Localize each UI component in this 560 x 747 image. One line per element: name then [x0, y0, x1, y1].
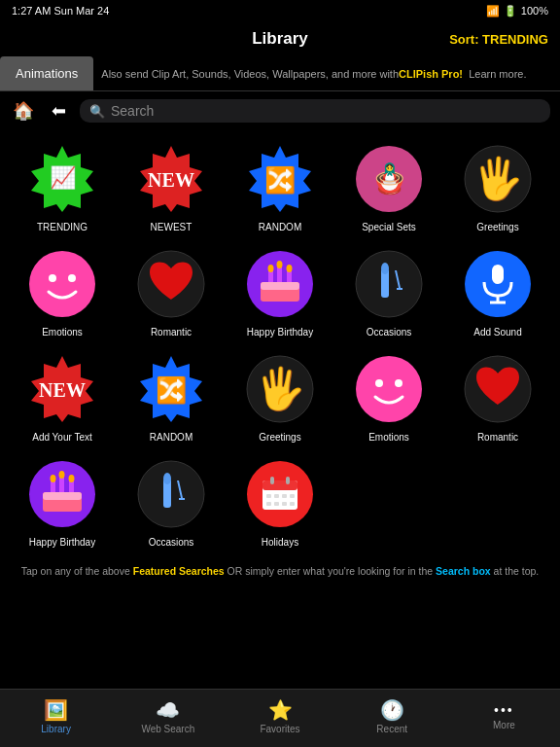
grid-item-random[interactable]: 🔀 RANDOM: [226, 134, 334, 239]
grid-item-newest[interactable]: NEW NEWEST: [117, 134, 226, 239]
svg-point-37: [356, 356, 422, 422]
svg-rect-57: [270, 477, 274, 484]
status-icons: 📶 🔋 100%: [486, 5, 548, 18]
grid-item-label: Occasions: [149, 537, 194, 549]
svg-point-20: [287, 265, 293, 272]
grid-item-trending[interactable]: 📈 TRENDING: [8, 134, 117, 239]
recent-icon: 🕐: [380, 698, 404, 722]
svg-rect-59: [266, 494, 271, 498]
nav-more-label: More: [493, 720, 515, 730]
svg-point-25: [381, 263, 389, 274]
grid-item-label: TRENDING: [37, 222, 88, 233]
more-icon: •••: [494, 702, 514, 718]
grid-item-empty2: [443, 449, 552, 554]
svg-rect-61: [282, 494, 287, 498]
search-input[interactable]: [111, 103, 541, 119]
library-icon: 🖼️: [44, 698, 68, 722]
svg-rect-43: [59, 477, 64, 492]
sort-button[interactable]: Sort: TRENDING: [449, 32, 548, 47]
grid-item-emotions2[interactable]: Emotions: [334, 344, 443, 449]
svg-text:🖐: 🖐: [472, 155, 524, 203]
grid-item-label: Greetings: [476, 222, 518, 233]
nav-web-search[interactable]: ☁️ Web Search: [112, 698, 224, 734]
grid-item-label: Emotions: [42, 327, 83, 338]
battery-icon: 🔋: [504, 5, 517, 18]
svg-rect-16: [277, 267, 282, 282]
svg-point-12: [68, 274, 76, 282]
svg-point-46: [59, 471, 65, 479]
wifi-icon: 📶: [486, 5, 500, 18]
svg-rect-62: [290, 494, 295, 498]
favorites-icon: ⭐: [268, 698, 293, 722]
grid-item-label: Happy Birthday: [29, 537, 95, 549]
svg-point-11: [49, 274, 56, 282]
svg-rect-64: [274, 502, 279, 506]
tab-animations[interactable]: Animations: [0, 56, 93, 90]
grid-item-romantic[interactable]: Romantic: [117, 239, 226, 344]
grid-item-label: Emotions: [368, 432, 409, 444]
svg-point-10: [29, 251, 95, 317]
svg-rect-28: [492, 265, 504, 284]
grid-item-happy-birthday[interactable]: Happy Birthday: [226, 239, 334, 344]
svg-text:📈: 📈: [50, 164, 77, 191]
grid-item-happy-birthday2[interactable]: Happy Birthday: [8, 449, 117, 554]
grid-item-label: NEWEST: [151, 222, 192, 233]
svg-point-45: [51, 475, 56, 482]
svg-text:🔀: 🔀: [264, 164, 297, 196]
grid-item-label: Happy Birthday: [247, 327, 313, 338]
grid-item-greetings[interactable]: 🖐 Greetings: [443, 134, 552, 239]
home-button[interactable]: 🏠: [10, 97, 37, 124]
svg-rect-66: [290, 502, 295, 506]
nav-favorites-label: Favorites: [260, 724, 299, 734]
grid-item-label: Holidays: [262, 537, 298, 549]
svg-rect-60: [274, 494, 279, 498]
grid-item-label: Romantic: [477, 432, 518, 444]
grid-item-label: Romantic: [151, 327, 192, 338]
grid-item-greetings2[interactable]: 🖐 Greetings: [226, 344, 334, 449]
grid-item-empty1: [334, 449, 443, 554]
svg-text:🖐: 🖐: [255, 365, 306, 413]
nav-library[interactable]: 🖼️ Library: [0, 698, 112, 734]
nav-recent[interactable]: 🕐 Recent: [336, 698, 448, 734]
grid-item-occasions[interactable]: Occasions: [334, 239, 443, 344]
grid-item-label: Special Sets: [362, 222, 416, 233]
svg-point-19: [277, 261, 283, 268]
svg-rect-65: [282, 502, 287, 506]
web-search-icon: ☁️: [156, 698, 180, 722]
svg-point-47: [69, 475, 75, 482]
bottom-hint: Tap on any of the above Featured Searche…: [0, 558, 560, 584]
grid-item-label: RANDOM: [150, 432, 192, 444]
grid-item-holidays[interactable]: Holidays: [226, 449, 334, 554]
nav-library-label: Library: [41, 724, 71, 734]
svg-rect-22: [261, 282, 299, 290]
search-input-wrap[interactable]: 🔍: [80, 99, 550, 123]
grid-item-special-sets[interactable]: 🪆 Special Sets: [334, 134, 443, 239]
back-button[interactable]: ⬅: [45, 97, 72, 124]
grid-item-random2[interactable]: 🔀 RANDOM: [117, 344, 226, 449]
footer-nav: 🖼️ Library ☁️ Web Search ⭐ Favorites 🕐 R…: [0, 689, 560, 747]
nav-favorites[interactable]: ⭐ Favorites: [224, 698, 335, 734]
tab-promo: Also send Clip Art, Sounds, Videos, Wall…: [93, 56, 560, 90]
svg-point-39: [395, 379, 402, 387]
icon-grid: 📈 TRENDING NEW NEWEST 🔀 RANDOM 🪆: [0, 130, 560, 558]
svg-text:NEW: NEW: [39, 379, 86, 401]
page-title: Library: [252, 29, 308, 49]
grid-item-label: Add Your Text: [32, 432, 92, 444]
nav-more[interactable]: ••• More: [448, 702, 560, 730]
status-bar: 1:27 AM Sun Mar 24 📶 🔋 100%: [0, 0, 560, 21]
search-bar: 🏠 ⬅ 🔍: [0, 91, 560, 130]
status-time: 1:27 AM Sun Mar 24: [12, 5, 109, 17]
nav-web-search-label: Web Search: [141, 724, 194, 734]
grid-item-label: Greetings: [259, 432, 300, 444]
tabs-bar: Animations Also send Clip Art, Sounds, V…: [0, 56, 560, 91]
grid-item-romantic2[interactable]: Romantic: [443, 344, 552, 449]
svg-rect-58: [286, 477, 290, 484]
svg-rect-63: [266, 502, 271, 506]
grid-item-emotions[interactable]: Emotions: [8, 239, 117, 344]
grid-item-add-your-text[interactable]: NEW Add Your Text: [8, 344, 117, 449]
grid-item-label: RANDOM: [259, 222, 301, 233]
grid-item-add-sound[interactable]: Add Sound: [443, 239, 552, 344]
grid-item-label: Add Sound: [473, 327, 522, 338]
grid-item-occasions2[interactable]: Occasions: [117, 449, 226, 554]
search-icon: 🔍: [89, 104, 105, 119]
